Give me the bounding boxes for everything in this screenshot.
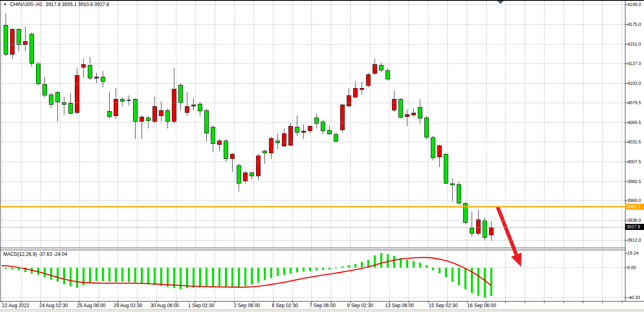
macd-histogram-bar [484, 268, 486, 297]
candle-bearish [204, 110, 209, 133]
time-axis-tick [505, 301, 506, 303]
macd-histogram-bar [283, 268, 285, 275]
candle-bullish [366, 74, 371, 86]
macd-histogram-bar [50, 268, 52, 280]
macd-histogram-bar [95, 268, 97, 281]
candle-bearish [418, 107, 422, 118]
candle-bullish [243, 173, 248, 181]
time-axis-label: 9 Sep 02:30 [347, 303, 373, 308]
macd-histogram-bar [108, 268, 110, 282]
macd-histogram-bar [380, 253, 382, 268]
time-axis-tick [21, 301, 21, 303]
candle-bullish [476, 219, 481, 234]
candle-bearish [42, 84, 47, 95]
candle-bearish [107, 111, 112, 117]
time-axis[interactable]: 22 Aug 202224 Aug 02:3025 Aug 06:0029 Au… [0, 301, 644, 309]
vertical-gridline [254, 1, 254, 248]
macd-panel[interactable] [0, 251, 625, 301]
time-axis-tick [409, 301, 409, 303]
macd-histogram-bar [354, 264, 356, 268]
candle-wick [297, 115, 297, 136]
candle-bearish [120, 99, 125, 101]
vertical-gridline [311, 1, 312, 248]
candle-bullish [347, 95, 351, 106]
candle-bearish [483, 220, 487, 238]
vertical-gridline [505, 251, 506, 301]
candle-wick [407, 110, 407, 126]
candle-bullish [153, 106, 157, 122]
macd-histogram-bar [270, 268, 272, 278]
vertical-gridline [602, 251, 603, 301]
macd-histogram-bar [24, 268, 26, 272]
candle-bullish [191, 105, 196, 106]
time-axis-tick [60, 301, 60, 303]
time-axis-tick [467, 301, 467, 303]
macd-histogram-bar [432, 268, 434, 270]
price-axis-label: 3936.0 [627, 218, 641, 223]
vertical-gridline [467, 251, 467, 301]
vertical-gridline [311, 251, 312, 301]
macd-histogram-bar [419, 263, 421, 268]
vertical-gridline [409, 1, 409, 248]
vertical-gridline [447, 1, 448, 248]
candle-bearish [263, 151, 267, 153]
vertical-gridline [350, 251, 351, 301]
candle-bullish [353, 88, 358, 97]
macd-histogram-bar [115, 268, 117, 282]
price-axis-label: 4007.5 [627, 159, 641, 164]
horizontal-gridline [0, 142, 625, 142]
macd-histogram-bar [316, 268, 318, 270]
time-axis-tick [370, 301, 370, 303]
candle-bullish [340, 105, 345, 130]
macd-histogram-bar [290, 268, 292, 274]
price-axis-label: 3983.5 [627, 179, 641, 184]
time-axis-tick [273, 301, 273, 303]
vertical-gridline [195, 1, 196, 248]
candle-bullish [114, 99, 118, 116]
macd-histogram-bar [63, 268, 65, 284]
vertical-gridline [79, 1, 80, 248]
macd-histogram-bar [160, 268, 162, 286]
vertical-gridline [215, 251, 215, 301]
candle-bearish [327, 130, 332, 134]
macd-histogram-bar [413, 261, 415, 268]
vertical-gridline [486, 251, 487, 301]
candle-bullish [392, 99, 396, 110]
horizontal-line-object[interactable] [0, 206, 625, 207]
macd-histogram-bar [70, 268, 72, 286]
candle-bullish [373, 64, 377, 73]
time-axis-label: 7 Sep 06:00 [309, 303, 336, 308]
macd-histogram-bar [18, 268, 20, 270]
candle-bullish [405, 114, 409, 117]
candle-bullish [301, 131, 306, 133]
panel-separator[interactable] [0, 248, 625, 248]
horizontal-gridline [0, 122, 625, 123]
candle-bullish [185, 106, 189, 113]
vertical-gridline [292, 1, 293, 248]
macd-histogram-bar [464, 268, 466, 289]
time-axis-tick [2, 301, 2, 303]
macd-histogram-bar [83, 268, 85, 285]
bid-price-line [0, 227, 625, 228]
macd-histogram-bar [277, 268, 279, 276]
vertical-gridline [544, 1, 544, 248]
price-chart-panel[interactable] [0, 1, 625, 248]
macd-histogram-bar [180, 268, 182, 289]
time-axis-tick [525, 301, 525, 303]
time-axis-tick [234, 301, 235, 303]
macd-histogram-bar [37, 268, 39, 275]
time-axis-label: 13 Sep 06:00 [385, 303, 414, 308]
panel-separator[interactable] [0, 250, 625, 250]
vertical-gridline [176, 251, 176, 301]
macd-axis-label: -40.33 [627, 295, 640, 300]
macd-histogram-bar [57, 268, 59, 282]
candle-bearish [321, 122, 325, 131]
vertical-gridline [254, 251, 254, 301]
macd-histogram-bar [490, 268, 492, 296]
candle-bearish [88, 65, 92, 78]
macd-histogram-bar [264, 268, 266, 280]
candle-bullish [10, 29, 15, 55]
macd-histogram-bar [212, 268, 214, 287]
macd-histogram-bar [76, 268, 78, 288]
vertical-gridline [118, 1, 118, 248]
